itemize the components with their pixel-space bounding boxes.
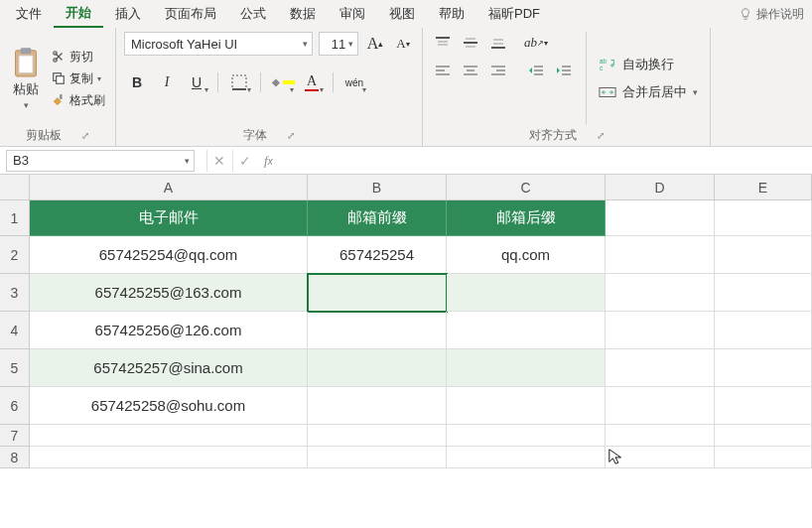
align-right-button[interactable]	[486, 60, 510, 81]
column-header-B[interactable]: B	[308, 175, 447, 200]
cell-C6[interactable]	[447, 387, 606, 425]
formula-input[interactable]	[285, 150, 812, 172]
cut-button[interactable]: 剪切	[50, 48, 107, 66]
cell-A4[interactable]: 657425256@126.com	[30, 312, 308, 349]
worksheet-grid[interactable]: ABCDE1电子邮件邮箱前缀邮箱后缀2657425254@qq.com65742…	[0, 175, 812, 468]
cell[interactable]	[715, 200, 812, 236]
row-header-6[interactable]: 6	[0, 387, 30, 425]
cell-D6[interactable]	[606, 387, 715, 425]
cell-A2[interactable]: 657425254@qq.com	[30, 236, 308, 274]
decrease-font-button[interactable]: A▾	[392, 33, 414, 55]
row-header-3[interactable]: 3	[0, 274, 30, 312]
align-center-button[interactable]	[459, 60, 482, 81]
cell-B8[interactable]	[308, 447, 447, 468]
cell-C7[interactable]	[447, 425, 606, 447]
cell-A8[interactable]	[30, 447, 308, 468]
row-header-8[interactable]: 8	[0, 447, 30, 468]
tell-me[interactable]: 操作说明	[739, 6, 808, 23]
underline-button[interactable]: U▾	[184, 69, 209, 95]
decrease-indent-button[interactable]	[524, 60, 548, 81]
italic-button[interactable]: I	[154, 69, 180, 95]
formula-enter-button[interactable]: ✓	[232, 150, 256, 172]
align-bottom-button[interactable]	[486, 32, 510, 54]
cell-B7[interactable]	[308, 425, 447, 447]
increase-font-button[interactable]: A▴	[364, 33, 386, 55]
cell-C5[interactable]	[447, 349, 606, 387]
cell-E2[interactable]	[715, 236, 812, 274]
tab-insert[interactable]: 插入	[103, 1, 153, 27]
cell[interactable]	[606, 200, 715, 236]
cell-D3[interactable]	[606, 274, 715, 312]
cell-A6[interactable]: 657425258@sohu.com	[30, 387, 308, 425]
cell-E5[interactable]	[715, 349, 812, 387]
column-header-D[interactable]: D	[606, 175, 715, 200]
align-left-button[interactable]	[431, 60, 455, 81]
borders-button[interactable]: ▾	[226, 69, 252, 95]
cell-A3[interactable]: 657425255@163.com	[30, 274, 308, 312]
align-middle-button[interactable]	[459, 32, 482, 54]
tab-formulas[interactable]: 公式	[228, 1, 278, 27]
fx-icon[interactable]: fx	[258, 153, 279, 169]
bold-button[interactable]: B	[124, 69, 150, 95]
font-color-button[interactable]: A ▾	[299, 69, 325, 95]
row-header-4[interactable]: 4	[0, 312, 30, 349]
tab-foxit-pdf[interactable]: 福昕PDF	[476, 1, 552, 27]
cell-D8[interactable]	[606, 447, 715, 468]
orientation-button[interactable]: ab↗▾	[524, 32, 548, 54]
alignment-dialog-launcher[interactable]: ⤢	[597, 130, 605, 141]
row-header-7[interactable]: 7	[0, 425, 30, 447]
column-header-E[interactable]: E	[715, 175, 812, 200]
cell-C2[interactable]: qq.com	[447, 236, 606, 274]
tab-home[interactable]: 开始	[54, 0, 103, 28]
paste-button[interactable]: 粘贴 ▾	[8, 32, 44, 125]
row-header-5[interactable]: 5	[0, 349, 30, 387]
format-painter-button[interactable]: 格式刷	[50, 91, 107, 110]
cell-E4[interactable]	[715, 312, 812, 349]
cell-E7[interactable]	[715, 425, 812, 447]
name-box[interactable]: B3 ▾	[6, 150, 195, 172]
phonetic-guide-button[interactable]: wén ▾	[341, 69, 367, 95]
header-cell[interactable]: 邮箱后缀	[447, 200, 606, 236]
clipboard-dialog-launcher[interactable]: ⤢	[81, 130, 89, 141]
cell-C4[interactable]	[447, 312, 606, 349]
cell-A5[interactable]: 657425257@sina.com	[30, 349, 308, 387]
formula-cancel-button[interactable]: ✕	[206, 150, 230, 172]
font-size-select[interactable]: 11 ▾	[319, 32, 358, 56]
fill-color-button[interactable]: ▾	[269, 69, 295, 95]
tab-file[interactable]: 文件	[4, 1, 54, 27]
cell-E8[interactable]	[715, 447, 812, 468]
cell-B3[interactable]	[308, 274, 447, 312]
tab-data[interactable]: 数据	[278, 1, 328, 27]
align-top-button[interactable]	[431, 32, 455, 54]
header-cell[interactable]: 电子邮件	[30, 200, 308, 236]
tab-page-layout[interactable]: 页面布局	[153, 1, 228, 27]
cell-B6[interactable]	[308, 387, 447, 425]
cell-E6[interactable]	[715, 387, 812, 425]
tab-view[interactable]: 视图	[377, 1, 427, 27]
increase-indent-button[interactable]	[552, 60, 576, 81]
cell-C8[interactable]	[447, 447, 606, 468]
cell-B2[interactable]: 657425254	[308, 236, 447, 274]
row-header-2[interactable]: 2	[0, 236, 30, 274]
wrap-text-button[interactable]: abc 自动换行	[595, 54, 702, 75]
cell-D7[interactable]	[606, 425, 715, 447]
cell-C3[interactable]	[447, 274, 606, 312]
cell-D4[interactable]	[606, 312, 715, 349]
cell-E3[interactable]	[715, 274, 812, 312]
merge-center-button[interactable]: 合并后居中 ▾	[595, 81, 702, 103]
cell-D5[interactable]	[606, 349, 715, 387]
row-header-1[interactable]: 1	[0, 200, 30, 236]
cell-B4[interactable]	[308, 312, 447, 349]
cell-A7[interactable]	[30, 425, 308, 447]
tab-review[interactable]: 审阅	[328, 1, 377, 27]
cell-B5[interactable]	[308, 349, 447, 387]
column-header-A[interactable]: A	[30, 175, 308, 200]
tab-help[interactable]: 帮助	[427, 1, 476, 27]
font-name-select[interactable]: Microsoft YaHei UI ▾	[124, 32, 313, 56]
font-dialog-launcher[interactable]: ⤢	[287, 130, 295, 141]
header-cell[interactable]: 邮箱前缀	[308, 200, 447, 236]
column-header-C[interactable]: C	[447, 175, 606, 200]
select-all-corner[interactable]	[0, 175, 30, 200]
cell-D2[interactable]	[606, 236, 715, 274]
copy-button[interactable]: 复制 ▾	[50, 69, 107, 88]
